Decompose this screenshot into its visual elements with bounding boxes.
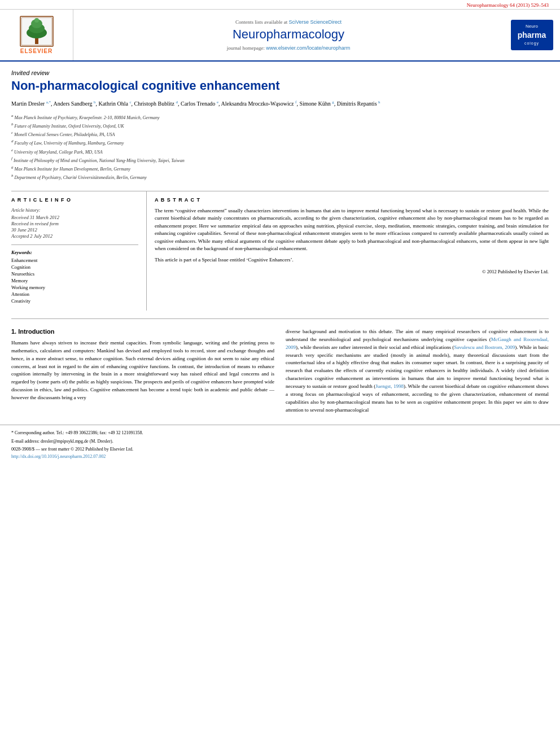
history-revised-label: Received in revised form: [11, 221, 138, 226]
sciverse-prefix: Contents lists available at: [235, 19, 287, 25]
doi-line[interactable]: http://dx.doi.org/10.1016/j.neuropharm.2…: [11, 454, 549, 459]
email-line: E-mail address: dresler@mpipsykl.mpg.de …: [11, 438, 549, 445]
affil-e: e University of Maryland, College Park, …: [11, 147, 549, 156]
author-simone: Simone Kühn g,: [299, 101, 335, 107]
affil-g: g Max Planck Institute for Human Develop…: [11, 164, 549, 173]
info-divider: [11, 244, 138, 245]
history-accepted: Accepted 2 July 2012: [11, 233, 138, 239]
journal-reference-bar: Neuropharmacology 64 (2013) 529–543: [0, 0, 560, 10]
kw-creativity: Creativity: [11, 298, 138, 304]
journal-header-center: Contents lists available at SciVerse Sci…: [73, 10, 504, 60]
history-revised-date: 30 June 2012: [11, 227, 138, 233]
article-content: Invited review Non-pharmacological cogni…: [0, 62, 560, 318]
kw-cognition: Cognition: [11, 264, 138, 270]
abstract-heading: A B S T R A C T: [155, 197, 549, 203]
copyright-text: © 2012 Published by Elsevier Ltd.: [155, 268, 549, 276]
author-kathrin: Kathrin Ohla c,: [98, 101, 133, 107]
kw-enhancement: Enhancement: [11, 257, 138, 263]
kw-working-memory: Working memory: [11, 285, 138, 290]
body-content: 1. Introduction Humans have always striv…: [0, 319, 560, 425]
abstract-text: The term “cognitive enhancement” usually…: [155, 207, 549, 276]
author-martin: Martin Dresler a,*,: [11, 101, 53, 107]
badge-sub: cology: [524, 41, 539, 45]
affil-d: d Faculty of Law, University of Hamburg,…: [11, 138, 549, 147]
abstract-column: A B S T R A C T The term “cognitive enha…: [147, 191, 549, 311]
kw-memory: Memory: [11, 278, 138, 283]
body-column-left: 1. Introduction Humans have always striv…: [11, 328, 274, 419]
affil-c: c Monell Chemical Senses Center, Philade…: [11, 130, 549, 138]
keywords-label: Keywords:: [11, 250, 138, 255]
intro-para-1: Humans have always striven to increase t…: [11, 339, 274, 403]
journal-ref-text: Neuropharmacology 64 (2013) 529–543: [467, 2, 549, 8]
author-dimitris: Dimitris Repantis h: [337, 101, 380, 107]
article-info-heading: A R T I C L E I N F O: [11, 197, 138, 203]
issn-line: 0028-3908/$ — see front matter © 2012 Pu…: [11, 447, 549, 452]
author-anders: Anders Sandberg b,: [53, 101, 97, 107]
affiliations: a Max Planck Institute of Psychiatry, Kr…: [11, 113, 549, 182]
body-left-text: Humans have always striven to increase t…: [11, 339, 274, 403]
elsevier-tree-icon: [20, 16, 54, 47]
sciverse-link[interactable]: SciVerse ScienceDirect: [288, 19, 342, 25]
keywords-section: Keywords: Enhancement Cognition Neuroeth…: [11, 250, 138, 304]
abstract-paragraph-1: The term “cognitive enhancement” usually…: [155, 207, 549, 253]
kw-neuroethics: Neuroethics: [11, 271, 138, 277]
affil-b: b Future of Humanity Institute, Oxford U…: [11, 121, 549, 130]
corresponding-author: * Corresponding author. Tel.: +49 89 306…: [11, 430, 549, 437]
badge-main: pharma: [518, 30, 546, 40]
article-footer: * Corresponding author. Tel.: +49 89 306…: [0, 425, 560, 464]
journal-title: Neuropharmacology: [233, 27, 344, 42]
elsevier-logo: ELSEVIER: [20, 16, 54, 54]
article-title: Non-pharmacological cognitive enhancemen…: [11, 78, 549, 93]
svg-point-5: [34, 18, 39, 23]
intro-section-title: 1. Introduction: [11, 328, 274, 335]
body-right-text: diverse background and motivation to thi…: [286, 328, 549, 414]
elsevier-brand-text: ELSEVIER: [20, 48, 53, 54]
affil-f: f Institute of Philosophy of Mind and Co…: [11, 156, 549, 164]
intro-para-2: diverse background and motivation to thi…: [286, 328, 549, 414]
author-aleksandra: Aleksandra Mroczko-Wąsowicz f,: [221, 101, 298, 107]
author-carlos: Carlos Trenado e,: [181, 101, 220, 107]
cite-juengst[interactable]: Juengst, 1998: [375, 383, 404, 389]
badge-top: Neuro: [526, 24, 538, 29]
kw-attention: Attention: [11, 291, 138, 297]
history-label: Article history:: [11, 207, 138, 213]
homepage-prefix: journal homepage:: [227, 45, 265, 51]
article-history: Article history: Received 31 March 2012 …: [11, 207, 138, 239]
cite-savulescu[interactable]: Savulescu and Bostrom, 2009: [454, 344, 515, 350]
homepage-url[interactable]: www.elsevier.com/locate/neuropharm: [266, 45, 350, 51]
journal-header: ELSEVIER Contents lists available at Sci…: [0, 10, 560, 62]
article-type: Invited review: [11, 69, 549, 76]
elsevier-logo-section: ELSEVIER: [0, 10, 73, 60]
author-christoph: Christoph Bublitz d,: [134, 101, 180, 107]
affil-h: h Department of Psychiatry, Charité Univ…: [11, 173, 549, 181]
authors-line: Martin Dresler a,*, Anders Sandberg b, K…: [11, 99, 549, 108]
neuro-badge: Neuro pharma cology: [511, 20, 553, 50]
affil-a: a Max Planck Institute of Psychiatry, Kr…: [11, 113, 549, 121]
abstract-paragraph-2: This article is part of a Special Issue …: [155, 256, 549, 264]
sciverse-line: Contents lists available at SciVerse Sci…: [235, 19, 342, 25]
history-received: Received 31 March 2012: [11, 215, 138, 220]
journal-badge-section: Neuro pharma cology: [504, 10, 560, 60]
article-info-column: A R T I C L E I N F O Article history: R…: [11, 191, 147, 311]
homepage-line: journal homepage: www.elsevier.com/locat…: [227, 45, 351, 51]
article-info-abstract-section: A R T I C L E I N F O Article history: R…: [11, 191, 549, 311]
body-column-right: diverse background and motivation to thi…: [286, 328, 549, 419]
